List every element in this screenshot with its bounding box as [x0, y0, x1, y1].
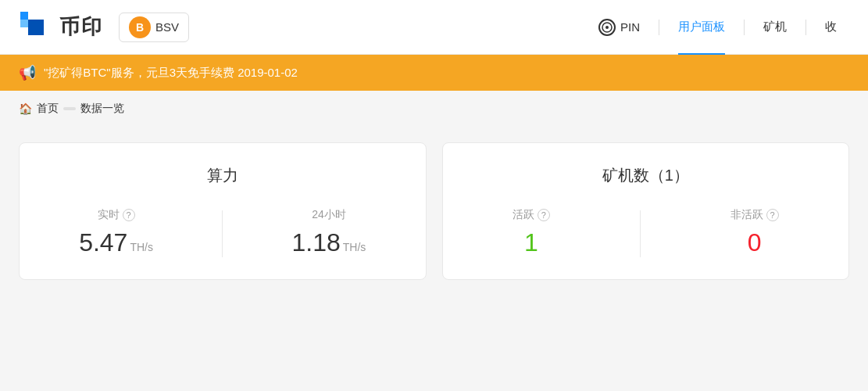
inactive-help-icon[interactable]: ? — [766, 209, 779, 221]
avg24-label: 24小时 — [312, 208, 346, 222]
breadcrumb: 🏠 首页 数据一览 — [0, 91, 868, 127]
bsv-badge[interactable]: B BSV — [119, 13, 189, 42]
avg24-stat: 24小时 1.18 TH/s — [292, 208, 366, 257]
active-value: 1 — [524, 228, 538, 257]
bsv-label: BSV — [155, 20, 179, 34]
nav-item-dashboard[interactable]: 用户面板 — [666, 0, 738, 55]
main-content: 算力 实时 ? 5.47 TH/s 24小时 1.18 TH/s — [0, 127, 868, 296]
nav-divider-2 — [744, 20, 745, 35]
miners-stats: 活跃 ? 1 非活跃 ? 0 — [468, 208, 824, 257]
speaker-icon: 📢 — [19, 64, 36, 81]
miners-stat-divider — [640, 210, 641, 257]
svg-rect-1 — [28, 20, 44, 35]
breadcrumb-home-label[interactable]: 首页 — [37, 102, 59, 116]
logo-icon — [19, 10, 53, 45]
active-miners-stat: 活跃 ? 1 — [513, 208, 550, 257]
logo: 币印 — [19, 10, 103, 45]
breadcrumb-account-tag — [63, 107, 76, 110]
header: 币印 B BSV PIN 用户面板 矿机 — [0, 0, 868, 55]
svg-point-5 — [605, 26, 609, 29]
active-help-icon[interactable]: ? — [538, 209, 550, 221]
bsv-coin-icon: B — [129, 16, 151, 38]
breadcrumb-current: 数据一览 — [80, 102, 124, 116]
inactive-miners-stat: 非活跃 ? 0 — [730, 208, 779, 257]
avg24-unit: TH/s — [343, 241, 366, 253]
realtime-unit: TH/s — [130, 241, 153, 253]
hashrate-title: 算力 — [45, 165, 401, 186]
miners-card: 矿机数（1） 活跃 ? 1 非活跃 ? 0 — [442, 142, 850, 280]
realtime-value: 5.47 TH/s — [79, 228, 153, 257]
realtime-stat: 实时 ? 5.47 TH/s — [79, 208, 153, 257]
nav-divider-3 — [805, 20, 806, 35]
svg-rect-3 — [20, 20, 28, 27]
header-left: 币印 B BSV — [19, 10, 189, 45]
pin-icon — [598, 19, 616, 36]
inactive-value: 0 — [748, 228, 762, 257]
realtime-label: 实时 ? — [98, 208, 135, 222]
nav-item-more[interactable]: 收 — [813, 0, 849, 55]
miners-title: 矿机数（1） — [468, 165, 824, 186]
hashrate-stats: 实时 ? 5.47 TH/s 24小时 1.18 TH/s — [45, 208, 401, 257]
announcement-text: "挖矿得BTC"服务，元旦3天免手续费 2019-01-02 — [44, 66, 298, 81]
svg-rect-2 — [28, 12, 36, 20]
nav-divider-1 — [659, 20, 659, 35]
nav-pin[interactable]: PIN — [586, 19, 652, 36]
logo-text: 币印 — [59, 13, 103, 41]
record-icon — [602, 22, 613, 33]
hashrate-card: 算力 实时 ? 5.47 TH/s 24小时 1.18 TH/s — [19, 142, 427, 280]
hashrate-stat-divider — [222, 210, 223, 257]
active-label: 活跃 ? — [513, 208, 550, 222]
avg24-value: 1.18 TH/s — [292, 228, 366, 257]
realtime-help-icon[interactable]: ? — [123, 209, 135, 221]
announcement-banner: 📢 "挖矿得BTC"服务，元旦3天免手续费 2019-01-02 — [0, 55, 868, 91]
inactive-label: 非活跃 ? — [730, 208, 779, 222]
header-nav: PIN 用户面板 矿机 收 — [586, 0, 849, 55]
nav-item-miners[interactable]: 矿机 — [751, 0, 799, 55]
pin-label: PIN — [620, 20, 640, 34]
breadcrumb-home-icon: 🏠 — [19, 102, 32, 115]
